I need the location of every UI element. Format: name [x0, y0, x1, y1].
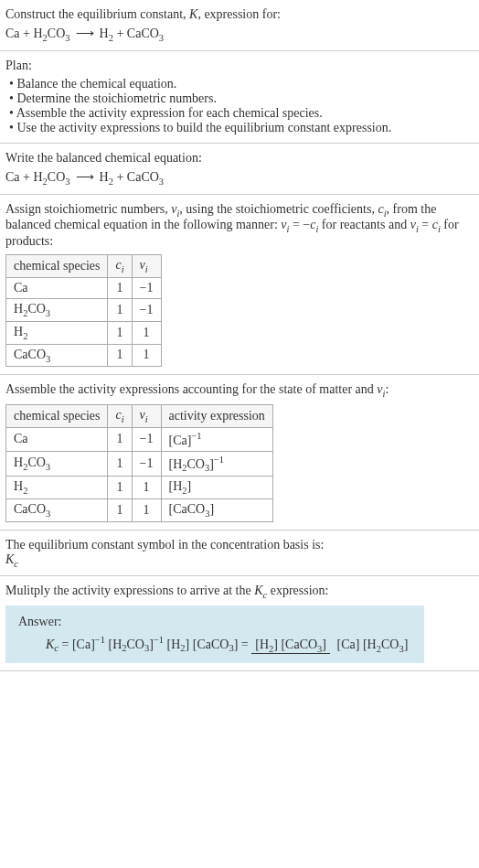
section-text: Assemble the activity expressions accoun… — [5, 382, 474, 399]
species: CO — [48, 170, 65, 184]
text: [H — [169, 456, 183, 470]
section-text: Assign stoichiometric numbers, νi, using… — [5, 202, 474, 250]
text: CO — [187, 456, 205, 470]
text: Assign stoichiometric numbers, — [5, 202, 171, 216]
stoichiometric-table: chemical species ci νi Ca 1 −1 H2CO3 1 −… — [5, 254, 162, 367]
superscript: −1 — [154, 635, 164, 645]
text: [Ca] [H — [337, 638, 377, 651]
text: Construct the equilibrium constant, — [5, 7, 189, 21]
text: CaCO — [14, 348, 46, 361]
text: H — [14, 455, 23, 469]
bullet-list: • Balance the chemical equation. • Deter… — [5, 77, 474, 135]
k: K — [5, 552, 14, 566]
equals: = — [59, 638, 72, 651]
fraction: [H2] [CaCO3] [Ca] [H2CO3] — [251, 638, 411, 654]
cell-ci: 1 — [108, 344, 132, 367]
plus: + — [20, 27, 34, 40]
cell-nui: −1 — [132, 298, 161, 321]
text: Mulitply the activity expressions to arr… — [5, 584, 254, 597]
cell-ci: 1 — [108, 427, 132, 451]
final-answer-section: Mulitply the activity expressions to arr… — [0, 576, 479, 670]
activity-table: chemical species ci νi activity expressi… — [5, 404, 273, 522]
header-species: chemical species — [6, 405, 108, 428]
bullet-item: • Use the activity expressions to build … — [9, 121, 474, 135]
header-nui: νi — [132, 405, 161, 428]
chemical-equation: Ca + H2CO3⟶H2 + CaCO3 — [5, 169, 474, 187]
cell-ci: 1 — [108, 321, 132, 344]
table-row: H2CO3 1 −1 — [6, 298, 162, 321]
text: CO — [27, 455, 45, 469]
subscript: i — [145, 264, 148, 274]
activity-section: Assemble the activity expressions accoun… — [0, 375, 479, 530]
equilibrium-symbol-section: The equilibrium constant symbol in the c… — [0, 530, 479, 577]
plan-section: Plan: • Balance the chemical equation. •… — [0, 51, 479, 144]
cell-species: H2CO3 — [6, 298, 108, 321]
numerator: [H2] [CaCO3] — [251, 638, 330, 654]
section-text: Mulitply the activity expressions to arr… — [5, 584, 474, 600]
stoichiometric-section: Assign stoichiometric numbers, νi, using… — [0, 195, 479, 376]
bullet-item: • Assemble the activity expression for e… — [9, 106, 474, 121]
species: Ca — [5, 27, 20, 40]
text: = — [419, 218, 432, 231]
plus: + — [113, 170, 127, 184]
species: H — [100, 170, 109, 184]
balanced-equation-section: Write the balanced chemical equation: Ca… — [0, 144, 479, 195]
text: [H — [164, 638, 180, 651]
cell-activity: [H2] — [161, 477, 272, 499]
header-activity: activity expression — [161, 405, 272, 428]
text: : — [385, 382, 389, 396]
plus: + — [20, 170, 34, 184]
cell-ci: 1 — [108, 451, 132, 476]
table-row: CaCO3 1 1 [CaCO3] — [6, 498, 273, 521]
plan-title: Plan: — [5, 59, 474, 73]
table-row: H2CO3 1 −1 [H2CO3]−1 — [6, 451, 273, 476]
cell-nui: −1 — [132, 427, 161, 451]
table-row: Ca 1 −1 — [6, 277, 162, 298]
header-nui: νi — [132, 255, 161, 278]
table-row: H2 1 1 — [6, 321, 162, 344]
text: Ca — [14, 281, 28, 295]
text: , using the stoichiometric coefficients, — [179, 202, 378, 216]
table-header-row: chemical species ci νi activity expressi… — [6, 405, 273, 428]
text: ] — [322, 638, 326, 651]
cell-ci: 1 — [108, 498, 132, 521]
species: H — [33, 170, 42, 184]
text: [H — [105, 638, 122, 651]
species: Ca — [5, 170, 20, 184]
chemical-equation: Ca + H2CO3⟶H2 + CaCO3 — [5, 26, 474, 43]
cell-nui: 1 — [132, 477, 161, 499]
text: expression: — [267, 584, 328, 597]
subscript: 3 — [159, 177, 164, 187]
species: CaCO — [127, 27, 159, 40]
text: CO — [127, 638, 144, 651]
table-row: CaCO3 1 1 — [6, 344, 162, 367]
cell-species: H2 — [6, 477, 108, 499]
text: [Ca] — [72, 638, 95, 651]
cell-nui: 1 — [132, 498, 161, 521]
text: ] — [187, 479, 192, 493]
text: [CaCO — [169, 502, 206, 516]
section-title: Write the balanced chemical equation: — [5, 151, 474, 166]
text: = − — [289, 218, 310, 231]
cell-species: CaCO3 — [6, 498, 108, 521]
cell-ci: 1 — [108, 477, 132, 499]
text: H — [14, 325, 23, 338]
header-ci: ci — [108, 405, 132, 428]
superscript: −1 — [95, 635, 105, 645]
subscript: 3 — [46, 509, 50, 519]
cell-nui: 1 — [132, 321, 161, 344]
k: K — [254, 584, 262, 597]
species: CO — [48, 27, 65, 40]
subscript: 2 — [23, 486, 27, 496]
problem-statement: Construct the equilibrium constant, K, e… — [0, 0, 479, 51]
cell-nui: −1 — [132, 451, 161, 476]
subscript: 3 — [65, 177, 69, 187]
cell-species: CaCO3 — [6, 344, 108, 367]
subscript: 3 — [46, 353, 50, 363]
text: ] — [404, 638, 409, 651]
bullet-item: • Balance the chemical equation. — [9, 77, 474, 91]
text: ] [CaCO — [186, 638, 229, 651]
cell-species: Ca — [6, 427, 108, 451]
text: for reactants and — [318, 218, 410, 231]
species: CaCO — [127, 170, 159, 184]
